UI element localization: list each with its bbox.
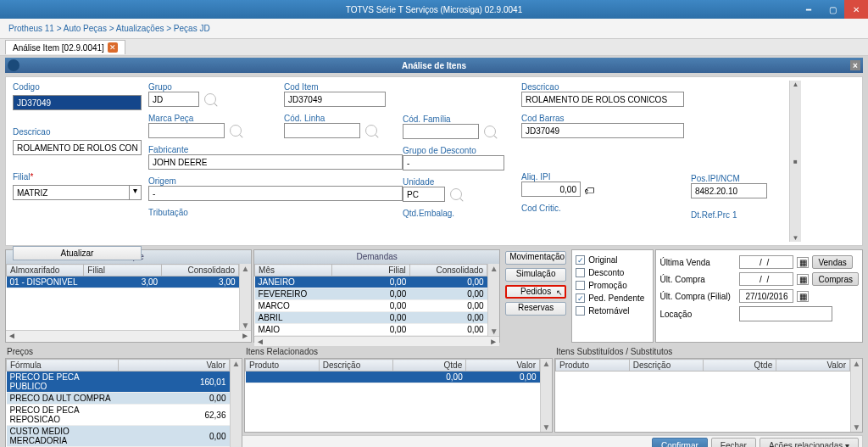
label-marca: Marca Peça <box>148 114 277 123</box>
table-row[interactable]: 01 - DISPONIVEL3,003,00 <box>7 277 239 288</box>
scrollbar[interactable]: ▲▼ <box>230 359 242 447</box>
table-row[interactable]: CUSTO MEDIO MERCADORIA0,00 <box>7 426 230 447</box>
label-codlinha: Cód. Linha <box>284 114 396 123</box>
table-row[interactable]: MAIO0,000,00 <box>255 324 487 336</box>
table-row[interactable]: MARCO0,000,00 <box>255 300 487 312</box>
input-locacao[interactable] <box>739 306 832 321</box>
scrollbar[interactable]: ▲▼ <box>540 359 552 432</box>
input-descricao-long[interactable] <box>521 92 684 107</box>
modal-close-icon[interactable]: × <box>850 60 860 70</box>
atualizar-button[interactable]: Atualizar <box>13 246 142 260</box>
filial-dropdown-icon[interactable]: ▾ <box>130 185 142 200</box>
calendar-icon[interactable]: ▦ <box>797 274 809 285</box>
check-promocao[interactable]: Promoção <box>576 281 649 290</box>
tab-close-icon[interactable]: ✕ <box>108 42 118 53</box>
check-original[interactable]: ✓Original <box>576 255 649 265</box>
panel-estoque: Estoque AlmoxarifadoFilialConsolidado 01… <box>5 249 252 343</box>
table-subst: ProdutoDescriçãoQtdeValor <box>555 359 850 372</box>
check-retornavel[interactable]: Retornável <box>576 306 649 316</box>
close-window-button[interactable]: ✕ <box>844 0 868 19</box>
label-ultcompraf: Últ. Compra (Filial) <box>659 292 736 301</box>
label-origem: Origem <box>148 176 277 186</box>
pedidos-button[interactable]: Pedidos↖ <box>505 285 566 299</box>
tab-analise-item[interactable]: Análise Item [02.9.0041] ✕ <box>5 40 125 54</box>
input-ultcompra[interactable] <box>739 272 793 286</box>
check-pedpendente[interactable]: ✓Ped. Pendente <box>576 293 649 303</box>
table-row[interactable]: ABRIL0,000,00 <box>255 312 487 324</box>
table-estoque: AlmoxarifadoFilialConsolidado 01 - DISPO… <box>6 264 239 288</box>
table-row[interactable]: FEVEREIRO0,000,00 <box>255 288 487 300</box>
globe-icon <box>8 59 19 71</box>
label-qtdemb: Qtd.Embalag. <box>403 209 515 218</box>
label-codigo: Codigo <box>13 82 142 92</box>
label-precos: Preços <box>7 347 242 356</box>
label-aliqipi: Aliq. IPI <box>521 172 684 182</box>
form-scrollbar[interactable]: ▲■▼ <box>789 81 801 242</box>
tab-label: Análise Item [02.9.0041] <box>13 43 104 53</box>
panel-demandas: Demandas MêsFilialConsolidado JANEIRO0,0… <box>253 249 500 343</box>
fechar-button[interactable]: Fechar <box>711 438 756 447</box>
movimentacao-button[interactable]: Movimentação <box>505 251 566 265</box>
scrollbar[interactable]: ▲▼ <box>239 264 251 330</box>
checkbox-panel: ✓Original Desconto Promoção ✓Ped. Penden… <box>571 249 654 343</box>
confirmar-button[interactable]: Confirmar <box>652 438 708 447</box>
lookup-icon[interactable] <box>484 126 496 137</box>
check-desconto[interactable]: Desconto <box>576 268 649 277</box>
input-descricao-short[interactable] <box>13 140 142 155</box>
label-dtref: Dt.Ref.Prc 1 <box>691 210 786 220</box>
scrollbar[interactable]: ▲▼ <box>487 264 499 336</box>
label-codcritic: Cod Critic. <box>521 204 684 213</box>
tag-icon: 🏷 <box>584 185 594 197</box>
input-ultvenda[interactable] <box>739 255 793 269</box>
reservas-button[interactable]: Reservas <box>505 302 566 316</box>
label-relac: Itens Relacionados <box>246 347 553 356</box>
label-ultvenda: Última Venda <box>659 258 736 267</box>
input-unidade[interactable] <box>403 187 445 202</box>
label-grupo: Grupo <box>148 82 277 92</box>
input-aliqipi[interactable] <box>521 182 581 197</box>
lookup-icon[interactable] <box>204 93 216 105</box>
scrollbar[interactable]: ▲▼ <box>850 359 862 432</box>
lookup-icon[interactable] <box>365 125 377 137</box>
table-relac: ProdutoDescriçãoQtdeValor 0,000,00 <box>245 359 540 383</box>
label-fabricante: Fabricante <box>148 145 277 154</box>
acoes-relacionadas-button[interactable]: Ações relacionadas <box>760 438 859 447</box>
label-coditem: Cod Item <box>284 82 396 92</box>
lookup-icon[interactable] <box>450 188 462 200</box>
input-filial[interactable] <box>13 185 130 200</box>
breadcrumb-text: Protheus 11 > Auto Peças > Atualizações … <box>8 24 210 33</box>
input-grupodesc[interactable] <box>403 155 504 170</box>
minimize-button[interactable]: ━ <box>797 0 821 19</box>
simulacao-button[interactable]: Simulação <box>505 268 566 282</box>
input-ultcompraf[interactable] <box>739 289 793 303</box>
table-row[interactable]: PRECO DE PECA PUBLICO160,01 <box>7 372 230 393</box>
input-codfamilia[interactable] <box>403 124 479 139</box>
input-coditem[interactable] <box>284 92 386 107</box>
maximize-button[interactable]: ▢ <box>821 0 844 19</box>
modal-title: Análise de Itens <box>402 61 466 70</box>
table-row[interactable]: PRECO DA ULT COMPRA0,00 <box>7 393 230 405</box>
table-row[interactable]: PRECO DE PECA REPOSICAO62,36 <box>7 405 230 426</box>
input-codbarras[interactable] <box>521 123 684 138</box>
table-row[interactable]: JANEIRO0,000,00 <box>255 277 487 288</box>
window-titlebar: TOTVS Série T Serviços (Microsiga) 02.9.… <box>0 0 868 19</box>
input-posipincm[interactable] <box>691 183 767 198</box>
calendar-icon[interactable]: ▦ <box>797 257 809 268</box>
label-descricao-short: Descricao <box>13 127 142 137</box>
calendar-icon[interactable]: ▦ <box>797 291 809 302</box>
vendas-button[interactable]: Vendas <box>812 255 852 269</box>
input-codlinha[interactable] <box>284 123 360 138</box>
input-codigo[interactable] <box>13 95 142 110</box>
nav-arrows[interactable]: ◄► <box>6 330 251 342</box>
label-posipincm: Pos.IPI/NCM <box>691 174 786 183</box>
panel-demandas-header: Demandas <box>254 250 499 264</box>
lookup-icon[interactable] <box>230 125 242 137</box>
compras-button[interactable]: Compras <box>812 272 859 286</box>
table-row[interactable]: 0,000,00 <box>246 372 540 383</box>
label-grupodesc: Grupo de Desconto <box>403 146 515 155</box>
input-grupo[interactable] <box>148 92 199 107</box>
label-ultcompra: Últ. Compra <box>659 275 736 284</box>
input-marca[interactable] <box>148 123 225 138</box>
label-locacao: Locação <box>659 310 736 319</box>
breadcrumb: Protheus 11 > Auto Peças > Atualizações … <box>0 19 868 39</box>
